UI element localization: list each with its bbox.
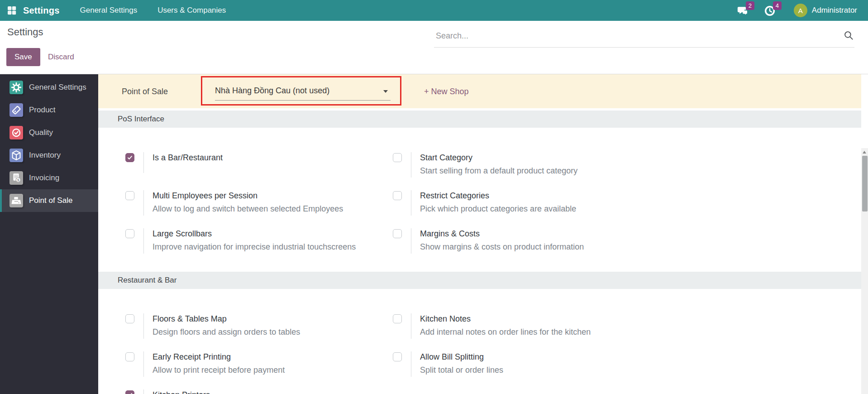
tag-icon bbox=[10, 103, 23, 117]
shop-selector-dropdown[interactable]: Nhà Hàng Đồng Cau (not used) bbox=[215, 82, 391, 101]
checkbox-floors-tables-map[interactable] bbox=[125, 314, 134, 323]
setting-description: Show margins & costs on product informat… bbox=[420, 240, 660, 254]
app-name[interactable]: Settings bbox=[23, 5, 60, 16]
search-input[interactable] bbox=[434, 24, 832, 47]
setting-label[interactable]: Early Receipt Printing bbox=[153, 351, 393, 362]
setting-label[interactable]: Start Category bbox=[420, 152, 660, 163]
setting-checkbox-pane bbox=[125, 351, 143, 377]
settings-sidebar: General SettingsProductQualityInventory$… bbox=[0, 74, 98, 394]
sidebar-item-product[interactable]: Product bbox=[0, 99, 98, 121]
activities-count-badge: 4 bbox=[773, 1, 782, 10]
setting-description: Add internal notes on order lines for th… bbox=[420, 326, 660, 339]
section-title: PoS Interface bbox=[118, 115, 164, 124]
setting-text-pane: Kitchen Printers bbox=[143, 389, 393, 394]
vertical-scrollbar[interactable] bbox=[861, 148, 868, 394]
messages-count-badge: 2 bbox=[746, 1, 754, 10]
checkbox-kitchen-printers[interactable] bbox=[125, 390, 134, 394]
setting-text-pane: Multi Employees per SessionAllow to log … bbox=[143, 190, 393, 216]
setting-kitchen-printers: Kitchen Printers bbox=[125, 389, 393, 394]
setting-checkbox-pane bbox=[125, 190, 143, 216]
setting-checkbox-pane bbox=[393, 190, 411, 216]
setting-text-pane: Is a Bar/Restaurant bbox=[143, 152, 393, 173]
setting-description: Design floors and assign orders to table… bbox=[153, 326, 393, 339]
navbar-menu: General SettingsUsers & Companies bbox=[60, 6, 226, 15]
search-bar bbox=[434, 24, 854, 48]
invoice-icon: $ bbox=[10, 171, 23, 185]
sidebar-item-label: Point of Sale bbox=[29, 196, 72, 205]
search-icon[interactable] bbox=[844, 30, 854, 40]
setting-description: Split total or order lines bbox=[420, 364, 660, 377]
nav-menu-general-settings[interactable]: General Settings bbox=[80, 6, 138, 15]
sidebar-item-label: General Settings bbox=[29, 83, 86, 92]
setting-margins-costs: Margins & CostsShow margins & costs on p… bbox=[393, 228, 660, 254]
sidebar-item-point-of-sale[interactable]: Point of Sale bbox=[0, 189, 98, 212]
cash-register-icon bbox=[10, 194, 23, 207]
setting-description: Pick which product categories are availa… bbox=[420, 202, 660, 216]
setting-label[interactable]: Kitchen Printers bbox=[153, 389, 393, 394]
setting-checkbox-pane bbox=[125, 389, 143, 394]
save-button[interactable]: Save bbox=[6, 48, 40, 66]
gear-icon bbox=[10, 81, 23, 94]
setting-label[interactable]: Floors & Tables Map bbox=[153, 313, 393, 324]
nav-menu-users-companies[interactable]: Users & Companies bbox=[157, 6, 226, 15]
setting-text-pane: Large ScrollbarsImprove navigation for i… bbox=[143, 228, 393, 254]
svg-text:$: $ bbox=[17, 178, 19, 182]
navbar-systray: 2 4 A Administrator bbox=[721, 4, 868, 17]
quality-badge-icon bbox=[10, 126, 23, 139]
new-shop-link[interactable]: + New Shop bbox=[424, 86, 469, 96]
section-title: Restaurant & Bar bbox=[118, 276, 176, 285]
setting-description: Allow to log and switch between selected… bbox=[153, 202, 393, 216]
setting-text-pane: Start CategoryStart selling from a defau… bbox=[411, 152, 660, 178]
setting-text-pane: Restrict CategoriesPick which product ca… bbox=[411, 190, 660, 216]
checkbox-early-receipt-printing[interactable] bbox=[125, 352, 134, 361]
checkbox-start-category[interactable] bbox=[393, 153, 402, 162]
content-area: General SettingsProductQualityInventory$… bbox=[0, 74, 868, 394]
setting-label[interactable]: Large Scrollbars bbox=[153, 228, 393, 239]
section-body: Is a Bar/RestaurantStart CategoryStart s… bbox=[98, 128, 660, 268]
setting-checkbox-pane bbox=[125, 313, 143, 339]
setting-text-pane: Allow Bill SplittingSplit total or order… bbox=[411, 351, 660, 377]
checkbox-is-a-bar-restaurant[interactable] bbox=[125, 153, 134, 162]
control-panel: Settings Save Discard bbox=[0, 21, 868, 74]
checkbox-large-scrollbars[interactable] bbox=[125, 229, 134, 238]
sidebar-item-invoicing[interactable]: $Invoicing bbox=[0, 167, 98, 189]
sidebar-item-label: Quality bbox=[29, 128, 53, 137]
discard-button[interactable]: Discard bbox=[48, 48, 74, 66]
setting-text-pane: Early Receipt PrintingAllow to print rec… bbox=[143, 351, 393, 377]
checkbox-kitchen-notes[interactable] bbox=[393, 314, 402, 323]
page-title: Settings bbox=[7, 26, 43, 38]
setting-label[interactable]: Restrict Categories bbox=[420, 190, 660, 201]
section-header-pos-interface: PoS Interface bbox=[98, 111, 861, 128]
setting-start-category: Start CategoryStart selling from a defau… bbox=[393, 152, 660, 178]
setting-label[interactable]: Multi Employees per Session bbox=[153, 190, 393, 201]
setting-label[interactable]: Kitchen Notes bbox=[420, 313, 660, 324]
setting-label[interactable]: Allow Bill Splitting bbox=[420, 351, 660, 362]
setting-label[interactable]: Is a Bar/Restaurant bbox=[153, 152, 393, 163]
checkbox-margins-costs[interactable] bbox=[393, 229, 402, 238]
setting-label[interactable]: Margins & Costs bbox=[420, 228, 660, 239]
settings-main: Point of Sale Nhà Hàng Đồng Cau (not use… bbox=[98, 74, 861, 394]
scrollbar-thumb[interactable] bbox=[862, 156, 868, 211]
setting-checkbox-pane bbox=[393, 228, 411, 254]
sidebar-item-inventory[interactable]: Inventory bbox=[0, 144, 98, 167]
user-menu[interactable]: Administrator bbox=[812, 6, 857, 15]
setting-early-receipt-printing: Early Receipt PrintingAllow to print rec… bbox=[125, 351, 393, 377]
scroll-up-arrow-icon[interactable] bbox=[863, 151, 866, 154]
checkbox-restrict-categories[interactable] bbox=[393, 191, 402, 200]
setting-text-pane: Margins & CostsShow margins & costs on p… bbox=[411, 228, 660, 254]
shop-bar: Point of Sale Nhà Hàng Đồng Cau (not use… bbox=[98, 74, 861, 108]
messages-menu[interactable]: 2 bbox=[737, 5, 749, 16]
apps-grid-icon[interactable] bbox=[6, 5, 17, 16]
setting-description: Allow to print receipt before payment bbox=[153, 364, 393, 377]
setting-checkbox-pane bbox=[125, 152, 143, 173]
user-avatar[interactable]: A bbox=[794, 4, 807, 17]
checkbox-allow-bill-splitting[interactable] bbox=[393, 352, 402, 361]
sidebar-item-quality[interactable]: Quality bbox=[0, 121, 98, 144]
sidebar-item-general-settings[interactable]: General Settings bbox=[0, 76, 98, 99]
setting-multi-employees-per-session: Multi Employees per SessionAllow to log … bbox=[125, 190, 393, 216]
section-body: Floors & Tables MapDesign floors and ass… bbox=[98, 289, 660, 394]
setting-checkbox-pane bbox=[125, 228, 143, 254]
activities-menu[interactable]: 4 bbox=[764, 5, 776, 16]
checkbox-multi-employees-per-session[interactable] bbox=[125, 191, 134, 200]
setting-restrict-categories: Restrict CategoriesPick which product ca… bbox=[393, 190, 660, 216]
